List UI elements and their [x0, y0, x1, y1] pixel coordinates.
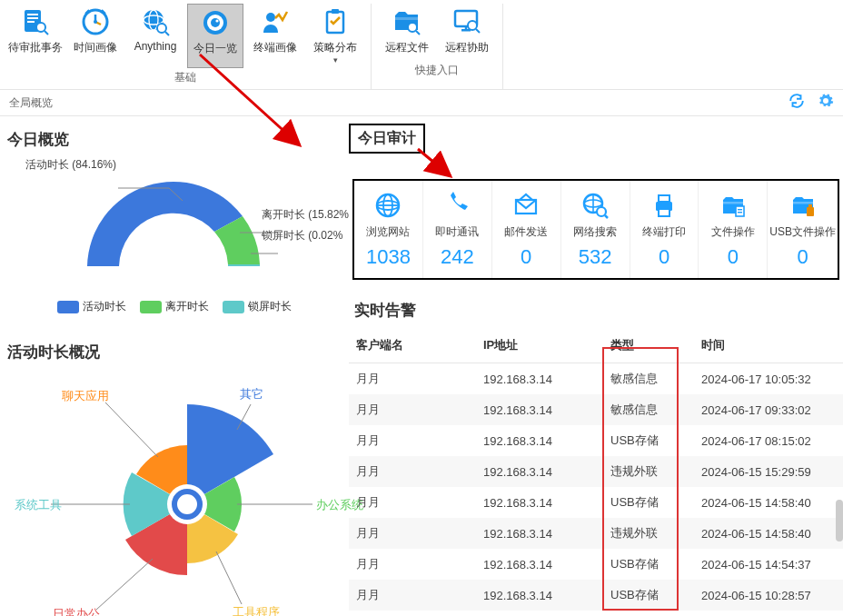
- ribbon-item-time-img[interactable]: 时间画像: [65, 4, 125, 68]
- ribbon-label: 终端画像: [253, 40, 297, 55]
- audit-card-browse[interactable]: 浏览网站 1038: [354, 181, 423, 278]
- cell-ip: 192.168.3.14: [476, 456, 603, 487]
- cell-time: 2024-06-15 14:58:40: [694, 487, 843, 518]
- table-row[interactable]: 月月192.168.3.14USB存储2024-06-15 14:58:40: [349, 487, 843, 518]
- pie-lbl-daily: 日常办公: [53, 606, 100, 616]
- audit-card-file[interactable]: 文件操作 0: [699, 181, 768, 278]
- printer-icon: [650, 192, 678, 219]
- table-row[interactable]: 月月192.168.3.14敏感信息2024-06-17 10:05:32: [349, 363, 843, 395]
- pie-lbl-chat: 聊天应用: [62, 388, 109, 404]
- doc-search-icon: [21, 7, 50, 36]
- cell-time: 2024-06-15 15:29:59: [694, 456, 843, 487]
- refresh-icon[interactable]: [788, 93, 810, 113]
- th-client: 客户端名: [349, 328, 476, 363]
- audit-cards: 浏览网站 1038 即时通讯 242 邮件发送 0 网络搜索 532 终端打印 …: [352, 179, 839, 280]
- ribbon-label: 待审批事务: [8, 40, 63, 55]
- card-label: 邮件发送: [494, 224, 559, 240]
- svg-point-9: [94, 20, 97, 24]
- table-row[interactable]: 月月192.168.3.14违规外联2024-06-15 15:29:59: [349, 456, 843, 487]
- audit-card-mail[interactable]: 邮件发送 0: [492, 181, 561, 278]
- audit-heading: 今日审计: [349, 124, 425, 154]
- svg-rect-22: [395, 17, 418, 20]
- svg-rect-53: [659, 195, 669, 202]
- table-row[interactable]: 月月192.168.3.14USB存储2024-06-15 10:28:57: [349, 580, 843, 611]
- ribbon-group-1: 远程文件 远程协助 快捷入口: [372, 4, 503, 89]
- ribbon-label: 时间画像: [74, 40, 117, 55]
- ribbon-item-policy[interactable]: 策略分布 ▾: [305, 4, 365, 68]
- ribbon-item-remote-help[interactable]: 远程协助: [437, 4, 497, 61]
- scrollbar[interactable]: [836, 500, 843, 541]
- audit-card-print[interactable]: 终端打印 0: [630, 181, 699, 278]
- cell-ip: 192.168.3.14: [476, 487, 603, 518]
- cell-ip: 192.168.3.14: [476, 394, 603, 425]
- cell-ip: 192.168.3.14: [476, 425, 603, 456]
- pie-lbl-other: 其它: [240, 386, 263, 402]
- dropdown-arrow-icon: ▾: [333, 57, 338, 63]
- svg-point-17: [211, 18, 220, 27]
- net-search-icon: [581, 192, 609, 219]
- cell-type: USB存储: [603, 487, 694, 518]
- overview-title: 今日概览: [7, 129, 343, 150]
- eye-icon: [201, 8, 230, 37]
- ribbon-group-title: 基础: [174, 70, 196, 85]
- svg-rect-58: [738, 212, 742, 213]
- globe-search-icon: [141, 7, 170, 36]
- folder-search-icon: [392, 7, 422, 36]
- svg-line-51: [605, 215, 608, 218]
- svg-rect-60: [807, 207, 814, 216]
- card-label: USB文件操作: [769, 224, 836, 240]
- ribbon-item-anything[interactable]: Anything: [125, 4, 185, 68]
- card-value: 532: [563, 245, 628, 269]
- ribbon-item-today[interactable]: 今日一览: [187, 4, 243, 68]
- svg-rect-57: [738, 209, 742, 210]
- svg-rect-56: [736, 206, 744, 216]
- svg-point-19: [266, 13, 275, 22]
- card-label: 终端打印: [632, 224, 697, 240]
- table-row[interactable]: 月月192.168.3.14USB存储2024-06-17 08:15:02: [349, 425, 843, 456]
- audit-card-usb[interactable]: USB文件操作 0: [768, 181, 838, 278]
- donut-chart: 活动时长 (84.16%) 离开时长 (15.82% 锁屏时长 (0.02%: [5, 157, 343, 303]
- crumb-bar: 全局概览: [0, 89, 843, 116]
- audit-card-search[interactable]: 网络搜索 532: [561, 181, 630, 278]
- cell-time: 2024-06-15 14:54:37: [694, 549, 843, 580]
- settings-icon[interactable]: [818, 93, 834, 113]
- donut-label-leave: 离开时长 (15.82%: [262, 207, 349, 223]
- card-value: 0: [700, 245, 765, 269]
- ribbon-label: 远程协助: [445, 40, 489, 55]
- table-row[interactable]: 月月192.168.3.14违规外联2024-06-15 14:58:40: [349, 518, 843, 549]
- svg-point-23: [408, 23, 417, 32]
- svg-line-38: [216, 551, 242, 604]
- cell-ip: 192.168.3.14: [476, 518, 603, 549]
- svg-rect-54: [659, 209, 669, 216]
- cell-client: 月月: [349, 580, 476, 611]
- ribbon-label: 今日一览: [193, 41, 237, 56]
- cell-time: 2024-06-15 10:28:57: [694, 580, 843, 611]
- clipboard-icon: [321, 7, 350, 36]
- alarm-title: 实时告警: [354, 300, 843, 321]
- cell-type: USB存储: [603, 580, 694, 611]
- ribbon-label: 策略分布: [313, 40, 357, 55]
- table-row[interactable]: 月月192.168.3.14敏感信息2024-06-17 09:33:02: [349, 394, 843, 425]
- table-row[interactable]: 月月192.168.3.14USB存储2024-06-15 14:54:37: [349, 549, 843, 580]
- folder-icon: [719, 192, 747, 219]
- audit-card-im[interactable]: 即时通讯 242: [423, 181, 492, 278]
- cell-type: 敏感信息: [603, 363, 694, 395]
- card-label: 网络搜索: [563, 224, 628, 240]
- mail-icon: [512, 192, 540, 219]
- cell-ip: 192.168.3.14: [476, 549, 603, 580]
- svg-rect-59: [793, 202, 813, 204]
- cell-client: 月月: [349, 518, 476, 549]
- svg-line-5: [45, 31, 48, 35]
- cell-ip: 192.168.3.14: [476, 580, 603, 611]
- th-ip: IP地址: [476, 328, 603, 363]
- pie-lbl-tools: 工具程序: [233, 604, 280, 616]
- card-label: 即时通讯: [425, 224, 490, 240]
- phone-icon: [443, 192, 471, 219]
- card-value: 1038: [356, 245, 421, 269]
- card-value: 242: [425, 245, 490, 269]
- ribbon-item-terminal[interactable]: 终端画像: [245, 4, 305, 68]
- ribbon-item-remote-file[interactable]: 远程文件: [377, 4, 437, 61]
- cell-client: 月月: [349, 549, 476, 580]
- ribbon-item-approval[interactable]: 待审批事务: [5, 4, 65, 68]
- svg-line-24: [416, 31, 420, 35]
